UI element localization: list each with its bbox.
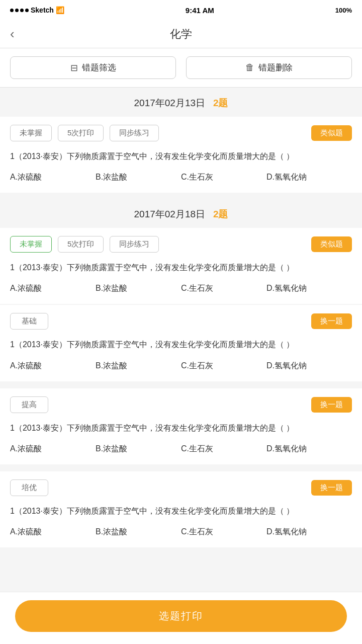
sub-question-text-3: 1（2013·泰安）下列物质露置于空气中，没有发生化学变化而质量增大的是（ ） — [10, 504, 352, 518]
option-b-1: B.浓盐酸 — [96, 170, 181, 185]
option-d-2: D.氢氧化钠 — [266, 281, 352, 296]
question-text-1: 1（2013·泰安）下列物质露置于空气中，没有发生化学变化而质量增大的是（ ） — [10, 149, 352, 163]
bottom-bar: 选题打印 — [0, 592, 362, 644]
not-mastered-btn-2[interactable]: 未掌握 — [10, 236, 52, 253]
sub-question-options-2: A.浓硫酸 B.浓盐酸 C.生石灰 D.氢氧化钠 — [10, 442, 352, 456]
question-card-1: 未掌握 5次打印 同步练习 类似题 1（2013·泰安）下列物质露置于空气中，没… — [0, 117, 362, 193]
question-card-2: 未掌握 5次打印 同步练习 类似题 1（2013·泰安）下列物质露置于空气中，没… — [0, 228, 362, 304]
sub-actions-1: 基础 换一题 — [10, 313, 352, 330]
status-bar: Sketch 📶 9:41 AM 100% — [0, 0, 362, 20]
sync-btn-2[interactable]: 同步练习 — [110, 236, 159, 253]
option-b-2: B.浓盐酸 — [96, 281, 181, 296]
option-a-1: A.浓硫酸 — [10, 170, 96, 185]
similar-btn-1[interactable]: 类似题 — [311, 125, 352, 141]
sub-question-text-2: 1（2013·泰安）下列物质露置于空气中，没有发生化学变化而质量增大的是（ ） — [10, 421, 352, 435]
delete-label: 错题删除 — [258, 62, 293, 73]
sub-option-d-2: D.氢氧化钠 — [266, 442, 352, 456]
status-left: Sketch 📶 — [10, 6, 64, 14]
option-a-2: A.浓硫酸 — [10, 281, 96, 296]
option-d-1: D.氢氧化钠 — [266, 170, 352, 185]
question-actions-2: 未掌握 5次打印 同步练习 类似题 — [10, 236, 352, 253]
change-btn-2[interactable]: 换一题 — [311, 397, 352, 413]
sub-option-d-1: D.氢氧化钠 — [266, 359, 352, 373]
option-c-2: C.生石灰 — [181, 281, 266, 296]
date-header-2: 2017年02月18日 2题 — [0, 199, 362, 228]
battery-indicator: 100% — [335, 7, 352, 14]
print-btn-2[interactable]: 5次打印 — [58, 236, 104, 253]
status-time: 9:41 AM — [186, 6, 214, 15]
sub-option-a-3: A.浓硫酸 — [10, 525, 96, 539]
sub-option-b-1: B.浓盐酸 — [96, 359, 181, 373]
sub-actions-3: 培优 换一题 — [10, 479, 352, 496]
sub-option-c-3: C.生石灰 — [181, 525, 266, 539]
sub-option-b-3: B.浓盐酸 — [96, 525, 181, 539]
question-text-2: 1（2013·泰安）下列物质露置于空气中，没有发生化学变化而质量增大的是（ ） — [10, 261, 352, 274]
print-button[interactable]: 选题打印 — [15, 600, 347, 632]
change-btn-1[interactable]: 换一题 — [311, 313, 352, 329]
sync-btn-1[interactable]: 同步练习 — [110, 125, 159, 141]
sub-label-btn-3[interactable]: 培优 — [10, 479, 48, 496]
sub-option-c-2: C.生石灰 — [181, 442, 266, 456]
sub-option-a-2: A.浓硫酸 — [10, 442, 96, 456]
sub-card-1: 基础 换一题 1（2013·泰安）下列物质露置于空气中，没有发生化学变化而质量增… — [0, 305, 362, 381]
question-options-1: A.浓硫酸 B.浓盐酸 C.生石灰 D.氢氧化钠 — [10, 170, 352, 185]
sub-card-2: 提高 换一题 1（2013·泰安）下列物质露置于空气中，没有发生化学变化而质量增… — [0, 388, 362, 464]
filter-icon: ⊟ — [70, 62, 78, 73]
delete-button[interactable]: 🗑 错题删除 — [186, 56, 352, 79]
sub-question-options-3: A.浓硫酸 B.浓盐酸 C.生石灰 D.氢氧化钠 — [10, 525, 352, 539]
separator-1 — [0, 194, 362, 199]
delete-icon: 🗑 — [245, 62, 254, 73]
sub-card-3: 培优 换一题 1（2013·泰安）下列物质露置于空气中，没有发生化学变化而质量增… — [0, 471, 362, 547]
date-header-1: 2017年02月13日 2题 — [0, 88, 362, 117]
toolbar: ⊟ 错题筛选 🗑 错题删除 — [0, 48, 362, 88]
sub-separator-1 — [0, 382, 362, 387]
date-section-1: 2017年02月13日 2题 未掌握 5次打印 同步练习 类似题 1（2013·… — [0, 88, 362, 193]
sub-option-c-1: C.生石灰 — [181, 359, 266, 373]
sub-question-options-1: A.浓硫酸 B.浓盐酸 C.生石灰 D.氢氧化钠 — [10, 359, 352, 373]
sub-label-btn-1[interactable]: 基础 — [10, 313, 48, 330]
sub-question-text-1: 1（2013·泰安）下列物质露置于空气中，没有发生化学变化而质量增大的是（ ） — [10, 338, 352, 351]
filter-label: 错题筛选 — [82, 62, 116, 73]
nav-bar: ‹ 化学 — [0, 20, 362, 48]
change-btn-3[interactable]: 换一题 — [311, 480, 352, 496]
app-name: Sketch — [31, 6, 54, 14]
back-button[interactable]: ‹ — [10, 26, 15, 42]
question-options-2: A.浓硫酸 B.浓盐酸 C.生石灰 D.氢氧化钠 — [10, 281, 352, 296]
scroll-area: 2017年02月13日 2题 未掌握 5次打印 同步练习 类似题 1（2013·… — [0, 88, 362, 599]
sub-option-b-2: B.浓盐酸 — [96, 442, 181, 456]
sub-label-btn-2[interactable]: 提高 — [10, 396, 48, 413]
filter-button[interactable]: ⊟ 错题筛选 — [10, 56, 176, 79]
sub-option-a-1: A.浓硫酸 — [10, 359, 96, 373]
similar-btn-2[interactable]: 类似题 — [311, 236, 352, 252]
question-actions-1: 未掌握 5次打印 同步练习 类似题 — [10, 125, 352, 141]
option-c-1: C.生石灰 — [181, 170, 266, 185]
wifi-icon: 📶 — [56, 6, 64, 14]
sub-option-d-3: D.氢氧化钠 — [266, 525, 352, 539]
date-section-2: 2017年02月18日 2题 未掌握 5次打印 同步练习 类似题 1（2013·… — [0, 199, 362, 547]
not-mastered-btn-1[interactable]: 未掌握 — [10, 125, 52, 141]
print-btn-1[interactable]: 5次打印 — [58, 125, 104, 141]
sub-separator-2 — [0, 465, 362, 470]
signal-dots — [10, 9, 29, 12]
sub-actions-2: 提高 换一题 — [10, 396, 352, 413]
page-title: 化学 — [170, 27, 192, 42]
